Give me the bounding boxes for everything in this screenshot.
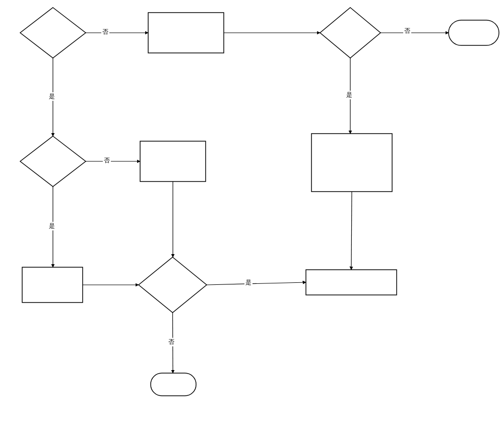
node-process1	[148, 13, 224, 53]
edge-label-d2-bottom: 是	[345, 91, 353, 99]
edge-d4-p5	[207, 282, 306, 285]
node-process2	[140, 141, 206, 182]
flowchart-canvas: 否 是 否 是 否 是 是 否	[0, 0, 504, 422]
node-terminator1	[449, 20, 499, 45]
node-terminator2	[151, 373, 196, 396]
flowchart-svg	[0, 0, 504, 422]
edge-label-d4-right: 是	[244, 278, 253, 287]
edge-label-d3-right: 否	[103, 156, 111, 165]
edge-label-d2-right: 否	[403, 27, 411, 35]
node-decision4	[139, 257, 207, 313]
edge-p3-p5	[351, 192, 352, 270]
edge-label-d3-bottom: 是	[48, 222, 56, 230]
node-process3	[311, 134, 392, 192]
edge-label-d1-bottom: 是	[48, 92, 56, 101]
node-process4	[22, 267, 83, 303]
edge-label-d1-right: 否	[101, 28, 109, 36]
node-decision2	[320, 8, 381, 58]
node-decision1	[20, 8, 86, 58]
node-process5	[306, 270, 397, 295]
edge-label-d4-bottom: 否	[167, 338, 175, 346]
node-decision3	[20, 136, 86, 187]
